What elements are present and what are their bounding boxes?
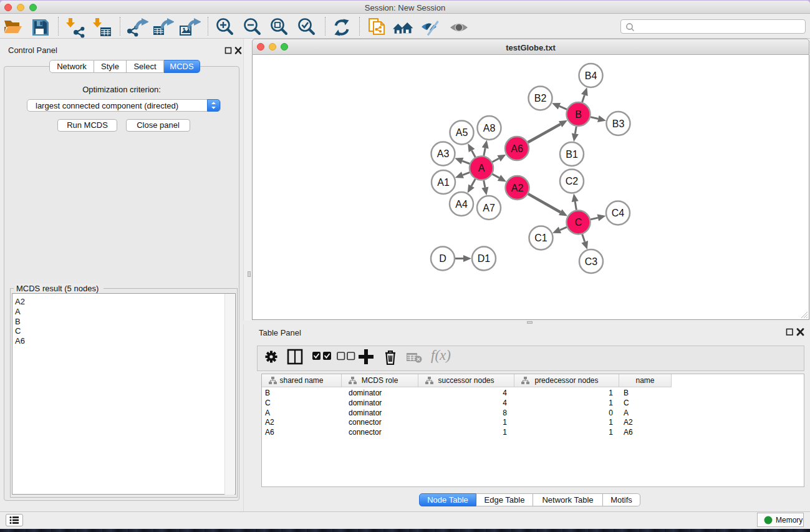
svg-text:A1: A1 [437,177,450,188]
svg-text:A5: A5 [456,127,468,138]
svg-text:A4: A4 [455,199,468,210]
svg-text:A7: A7 [483,203,495,213]
svg-text:A3: A3 [437,148,450,159]
svg-text:B2: B2 [534,93,547,104]
svg-text:B3: B3 [612,118,625,129]
svg-text:A6: A6 [511,143,523,154]
svg-text:A: A [478,163,485,173]
svg-text:B4: B4 [585,70,597,81]
svg-text:A8: A8 [483,123,496,133]
svg-text:C: C [575,217,582,228]
svg-text:A2: A2 [511,183,524,193]
svg-text:B1: B1 [566,149,578,160]
svg-text:C4: C4 [612,208,625,218]
svg-text:D: D [439,253,446,264]
svg-text:C2: C2 [566,176,579,186]
svg-text:B: B [575,109,582,120]
svg-text:D1: D1 [478,253,491,264]
svg-text:C3: C3 [585,256,598,267]
svg-text:C1: C1 [534,233,547,243]
